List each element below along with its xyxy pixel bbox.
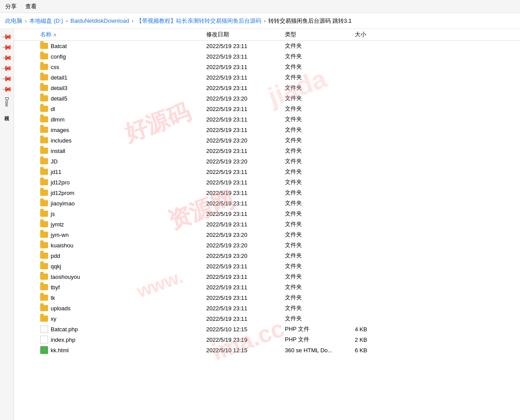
file-date: 2022/5/19 23:11 — [206, 284, 285, 291]
folder-name-text: tk — [51, 295, 55, 301]
table-row[interactable]: css 2022/5/19 23:11 文件夹 — [14, 62, 520, 72]
file-date: 2022/5/19 23:11 — [206, 64, 285, 70]
folder-name-text: js — [51, 211, 55, 217]
file-date: 2022/5/19 23:19 — [206, 337, 285, 343]
table-row[interactable]: js 2022/5/19 23:11 文件夹 — [14, 208, 520, 219]
table-row[interactable]: qqkj 2022/5/19 23:11 文件夹 — [14, 261, 520, 271]
file-name: tbyf — [40, 284, 206, 291]
sort-arrow-name: ∧ — [53, 32, 56, 37]
table-row[interactable]: tk 2022/5/19 23:11 文件夹 — [14, 292, 520, 303]
file-date: 2022/5/19 23:11 — [206, 169, 285, 175]
file-name: jym-wn — [40, 232, 206, 238]
file-date: 2022/5/19 23:11 — [206, 43, 285, 49]
file-type: 文件夹 — [285, 262, 355, 270]
file-type: 文件夹 — [285, 199, 355, 207]
table-row[interactable]: dl 2022/5/19 23:11 文件夹 — [14, 104, 520, 114]
folder-name-text: jd11 — [51, 169, 62, 175]
file-date: 2022/5/19 23:20 — [206, 158, 285, 165]
folder-icon — [40, 305, 48, 311]
folder-icon — [40, 158, 48, 164]
file-date: 2022/5/19 23:11 — [206, 74, 285, 81]
table-row[interactable]: jd11 2022/5/19 23:11 文件夹 — [14, 167, 520, 177]
table-row[interactable]: tbyf 2022/5/19 23:11 文件夹 — [14, 282, 520, 292]
folder-icon — [40, 200, 48, 206]
breadcrumb-folder2[interactable]: 【带视频教程】站长亲测转转交易猫闲鱼后台源码 — [136, 17, 261, 25]
col-header-extra — [390, 31, 520, 38]
table-row[interactable]: install 2022/5/19 23:11 文件夹 — [14, 146, 520, 156]
col-header-size[interactable]: 大小 — [355, 31, 390, 38]
breadcrumb-pc[interactable]: 此电脑 — [5, 17, 22, 25]
col-header-date[interactable]: 修改日期 — [206, 31, 285, 38]
table-row[interactable]: includes 2022/5/19 23:20 文件夹 — [14, 135, 520, 146]
file-name: jymtz — [40, 221, 206, 228]
table-row[interactable]: kuaishou 2022/5/19 23:20 文件夹 — [14, 240, 520, 250]
folder-list: Batcat 2022/5/19 23:11 文件夹 config 2022/5… — [14, 41, 520, 324]
file-name: index.php — [40, 336, 206, 344]
table-row[interactable]: taoshouyou 2022/5/19 23:11 文件夹 — [14, 271, 520, 282]
table-row[interactable]: dlmm 2022/5/19 23:11 文件夹 — [14, 114, 520, 125]
folder-name-text: qqkj — [51, 263, 61, 270]
folder-icon — [40, 232, 48, 238]
file-name: tk — [40, 295, 206, 301]
file-date: 2022/5/19 23:11 — [206, 316, 285, 322]
breadcrumb-folder1[interactable]: BaiduNetdiskDownload — [70, 17, 129, 24]
col-header-type[interactable]: 类型 — [285, 31, 355, 38]
file-type: 文件夹 — [285, 252, 355, 260]
table-row[interactable]: detail5 2022/5/19 23:20 文件夹 — [14, 93, 520, 104]
folder-icon — [40, 137, 48, 143]
folder-icon — [40, 211, 48, 217]
table-row[interactable]: jd12prom 2022/5/19 23:11 文件夹 — [14, 187, 520, 198]
folder-name-text: images — [51, 127, 69, 133]
sidebar-pin-6[interactable]: 📌 — [0, 83, 13, 95]
menu-view[interactable]: 查看 — [25, 3, 37, 10]
table-row[interactable]: images 2022/5/19 23:11 文件夹 — [14, 125, 520, 135]
table-row[interactable]: jd12pro 2022/5/19 23:11 文件夹 — [14, 177, 520, 187]
file-type: 文件夹 — [285, 73, 355, 81]
table-row[interactable]: jymtz 2022/5/19 23:11 文件夹 — [14, 219, 520, 229]
file-size: 2 KB — [355, 337, 390, 343]
folder-name-text: detail1 — [51, 74, 67, 81]
folder-icon — [40, 106, 48, 112]
table-row[interactable]: pdd 2022/5/19 23:20 文件夹 — [14, 250, 520, 261]
breadcrumb-local-disk[interactable]: 本地磁盘 (D:) — [29, 17, 63, 25]
sidebar-label-dow[interactable]: Dow — [4, 95, 10, 108]
folder-name-text: detail5 — [51, 95, 67, 102]
table-row[interactable]: xy 2022/5/19 23:11 文件夹 — [14, 313, 520, 324]
folder-icon — [40, 179, 48, 185]
folder-name-text: jiaoyimao — [51, 200, 75, 207]
menu-share[interactable]: 分享 — [5, 3, 17, 10]
table-row[interactable]: Batcat.php 2022/5/10 12:15 PHP 文件 4 KB — [14, 324, 520, 334]
table-row[interactable]: Batcat 2022/5/19 23:11 文件夹 — [14, 41, 520, 51]
table-row[interactable]: kk.html 2022/5/10 12:15 360 se HTML Do..… — [14, 345, 520, 355]
folder-icon — [40, 253, 48, 259]
file-name: detail1 — [40, 74, 206, 81]
folder-name-text: detail3 — [51, 85, 67, 91]
sidebar-label-video[interactable]: 视频村 — [3, 110, 10, 114]
table-row[interactable]: jym-wn 2022/5/19 23:20 文件夹 — [14, 229, 520, 240]
main-container: 📌 📌 📌 📌 📌 📌 Dow 视频村 名称 ∧ 修改日期 类型 大小 — [0, 29, 520, 420]
folder-icon — [40, 295, 48, 301]
file-date: 2022/5/19 23:11 — [206, 53, 285, 60]
file-name: jd12prom — [40, 190, 206, 196]
file-name: xy — [40, 316, 206, 322]
file-name: kk.html — [40, 346, 206, 354]
table-row[interactable]: detail3 2022/5/19 23:11 文件夹 — [14, 83, 520, 93]
col-header-name[interactable]: 名称 ∧ — [40, 31, 206, 38]
table-row[interactable]: detail1 2022/5/19 23:11 文件夹 — [14, 72, 520, 83]
file-size: 6 KB — [355, 347, 390, 354]
file-type: 文件夹 — [285, 220, 355, 228]
table-row[interactable]: index.php 2022/5/19 23:19 PHP 文件 2 KB — [14, 334, 520, 345]
file-date: 2022/5/19 23:11 — [206, 211, 285, 217]
file-date: 2022/5/19 23:11 — [206, 179, 285, 186]
table-row[interactable]: JD 2022/5/19 23:20 文件夹 — [14, 156, 520, 167]
table-row[interactable]: uploads 2022/5/19 23:11 文件夹 — [14, 303, 520, 313]
table-row[interactable]: jiaoyimao 2022/5/19 23:11 文件夹 — [14, 198, 520, 208]
breadcrumb-bar: 此电脑 › 本地磁盘 (D:) › BaiduNetdiskDownload ›… — [0, 13, 520, 29]
file-date: 2022/5/19 23:11 — [206, 106, 285, 112]
file-type: 文件夹 — [285, 157, 355, 165]
table-row[interactable]: config 2022/5/19 23:11 文件夹 — [14, 51, 520, 62]
file-date: 2022/5/19 23:11 — [206, 274, 285, 280]
folder-icon — [40, 116, 48, 122]
breadcrumb-sep-1: › — [25, 17, 27, 24]
folder-icon — [40, 43, 48, 49]
